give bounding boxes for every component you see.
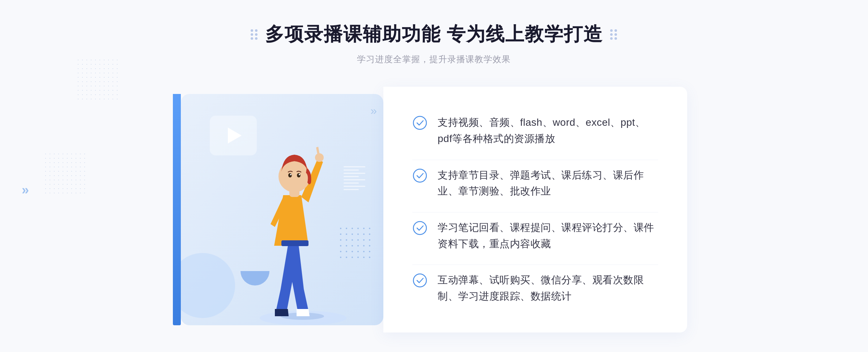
chevron-left-decoration: »: [22, 183, 29, 198]
features-panel: 支持视频、音频、flash、word、excel、ppt、pdf等各种格式的资源…: [383, 87, 687, 332]
feature-text-4: 互动弹幕、试听购买、微信分享、观看次数限制、学习进度跟踪、数据统计: [438, 272, 658, 305]
header-dot-grid-left: [251, 29, 258, 40]
svg-point-11: [413, 169, 426, 182]
blue-bar-decoration: [173, 94, 181, 325]
svg-point-12: [413, 222, 426, 235]
feature-text-2: 支持章节目录、弹题考试、课后练习、课后作业、章节测验、批改作业: [438, 167, 658, 200]
illustration-background: »: [181, 94, 383, 325]
main-content: » 支持视频、音频、flash、word、excel、ppt、pdf等各种格式的…: [181, 87, 687, 332]
feature-item-2: 支持章节目录、弹题考试、课后练习、课后作业、章节测验、批改作业: [412, 160, 658, 207]
svg-point-5: [297, 173, 301, 177]
svg-rect-9: [281, 240, 309, 246]
check-circle-icon-3: [412, 220, 427, 236]
header-section: 多项录播课辅助功能 专为线上教学打造 学习进度全掌握，提升录播课教学效果: [251, 22, 617, 65]
feature-text-1: 支持视频、音频、flash、word、excel、ppt、pdf等各种格式的资源…: [438, 115, 658, 147]
feature-item-1: 支持视频、音频、flash、word、excel、ppt、pdf等各种格式的资源…: [412, 107, 658, 154]
human-figure-illustration: [245, 116, 368, 325]
page-container: » 多项录播课辅助功能 专为线上教学打造 学习进度全掌握，提升录播课教学效果: [0, 0, 868, 352]
page-title: 多项录播课辅助功能 专为线上教学打造: [265, 22, 603, 47]
dot-pattern-decoration: [76, 58, 119, 101]
page-subtitle: 学习进度全掌握，提升录播课教学效果: [251, 53, 617, 65]
check-circle-icon-1: [412, 115, 427, 130]
large-circle-decoration: [181, 253, 235, 318]
svg-point-6: [290, 174, 292, 175]
header-title-wrapper: 多项录播课辅助功能 专为线上教学打造: [251, 22, 617, 47]
dot-pattern-decoration-2: [43, 152, 87, 195]
svg-point-13: [413, 274, 426, 287]
feature-item-3: 学习笔记回看、课程提问、课程评论打分、课件资料下载，重点内容收藏: [412, 212, 658, 259]
header-dot-grid-right: [610, 29, 617, 40]
svg-point-7: [299, 174, 300, 175]
play-icon: [228, 128, 242, 143]
feature-item-4: 互动弹幕、试听购买、微信分享、观看次数限制、学习进度跟踪、数据统计: [412, 265, 658, 312]
svg-point-10: [413, 116, 426, 129]
illustration-wrapper: »: [181, 87, 383, 332]
svg-point-4: [288, 173, 292, 177]
feature-text-3: 学习笔记回看、课程提问、课程评论打分、课件资料下载，重点内容收藏: [438, 220, 658, 252]
check-circle-icon-2: [412, 168, 427, 183]
illus-chevron-decor: »: [370, 104, 377, 117]
check-circle-icon-4: [412, 273, 427, 288]
